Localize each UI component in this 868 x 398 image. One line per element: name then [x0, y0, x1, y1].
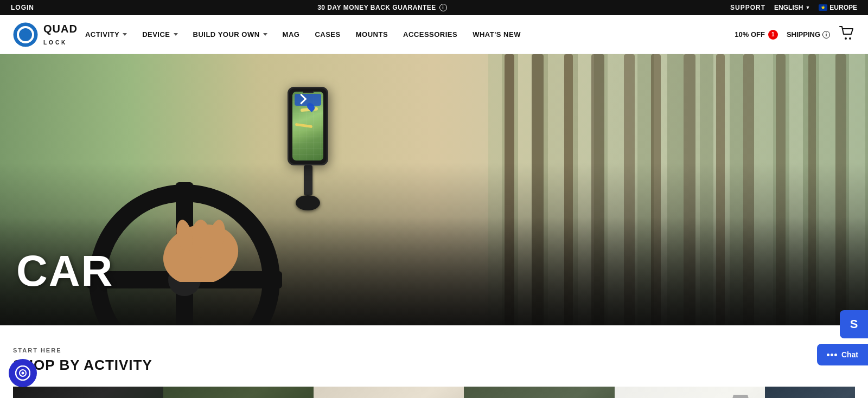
main-header: QUAD LOCK ACTIVITY DEVICE BUILD YOUR OWN…: [0, 15, 868, 54]
quadlock-app-button[interactable]: [9, 359, 37, 387]
hero-title: CAR: [16, 249, 113, 293]
chat-label: Chat: [841, 350, 858, 359]
svg-point-35: [22, 372, 24, 375]
nav-item-build-your-own[interactable]: BUILD YOUR OWN: [186, 15, 275, 54]
nav-item-mounts[interactable]: MOUNTS: [348, 15, 395, 54]
hand: [152, 206, 250, 282]
activity-cards-grid: CYCLE CAR: [13, 387, 855, 398]
guarantee-text: 30 DAY MONEY BACK GUARANTEE i: [317, 4, 447, 11]
logo-text: QUAD LOCK: [43, 23, 78, 47]
build-chevron-icon: [263, 33, 267, 36]
nav-item-accessories[interactable]: ACCESSORIES: [395, 15, 465, 54]
chat-icon: [827, 354, 837, 356]
activity-card-cycle-1[interactable]: CYCLE: [13, 387, 163, 398]
nav-item-cases[interactable]: CASES: [307, 15, 348, 54]
svg-point-4: [849, 37, 851, 40]
nav-item-activity[interactable]: ACTIVITY: [78, 15, 135, 54]
logo-icon: [13, 22, 38, 47]
activity-card-offroad[interactable]: OFF ROAD: [464, 387, 614, 398]
svg-point-2: [23, 32, 28, 37]
activity-card-car[interactable]: CAR: [163, 387, 314, 398]
shipping-info[interactable]: SHIPPING i: [787, 30, 830, 38]
main-nav: ACTIVITY DEVICE BUILD YOUR OWN MAG CASES…: [78, 15, 735, 54]
activity-card-cycle-2[interactable]: CYCLE: [314, 387, 464, 398]
card-bg-ma: [765, 387, 855, 398]
activity-cards-wrapper: ‹: [13, 387, 855, 398]
activity-card-ma[interactable]: MA: [765, 387, 855, 398]
support-link[interactable]: SUPPORT: [730, 4, 765, 11]
card-bg-everyday: [615, 387, 765, 398]
s-button[interactable]: S: [840, 310, 868, 338]
card-bg-car: [163, 387, 314, 398]
svg-marker-29: [730, 395, 751, 398]
nav-item-device[interactable]: DEVICE: [135, 15, 185, 54]
svg-point-10: [191, 220, 210, 258]
top-banner-right: SUPPORT ENGLISH ▼ ★ EUROPE: [730, 4, 857, 11]
guarantee-info-icon[interactable]: i: [439, 4, 447, 11]
eu-flag: ★: [819, 4, 827, 11]
main-content: START HERE SHOP BY ACTIVITY ‹: [0, 325, 868, 398]
activity-card-everyday[interactable]: EVERYDAY: [615, 387, 765, 398]
activity-chevron-icon: [123, 33, 127, 36]
section-label: START HERE: [13, 347, 855, 354]
card-bg-cycle-2: [314, 387, 464, 398]
cart-icon[interactable]: [839, 25, 855, 44]
region-selector[interactable]: ★ EUROPE: [819, 4, 857, 11]
device-chevron-icon: [174, 33, 178, 36]
card-bg-cycle-1: [13, 387, 163, 398]
nav-item-whats-new[interactable]: WHAT'S NEW: [465, 15, 528, 54]
login-link[interactable]: LOGIN: [11, 4, 34, 11]
card-bg-offroad: [464, 387, 614, 398]
header-right: 10% OFF 1 SHIPPING i: [735, 25, 855, 44]
logo[interactable]: QUAD LOCK: [13, 22, 78, 47]
hero-banner: CAR: [0, 54, 868, 325]
section-title: SHOP BY ACTIVITY: [13, 357, 855, 374]
discount-offer[interactable]: 10% OFF 1: [735, 30, 778, 40]
discount-badge-count: 1: [768, 30, 778, 40]
svg-point-3: [845, 37, 847, 40]
top-banner: LOGIN 30 DAY MONEY BACK GUARANTEE i SUPP…: [0, 0, 868, 15]
phone-mount: [288, 87, 328, 210]
language-selector[interactable]: ENGLISH ▼: [774, 4, 810, 11]
shipping-info-icon[interactable]: i: [822, 31, 830, 38]
nav-item-mag[interactable]: MAG: [275, 15, 308, 54]
chat-button[interactable]: Chat: [817, 344, 868, 365]
